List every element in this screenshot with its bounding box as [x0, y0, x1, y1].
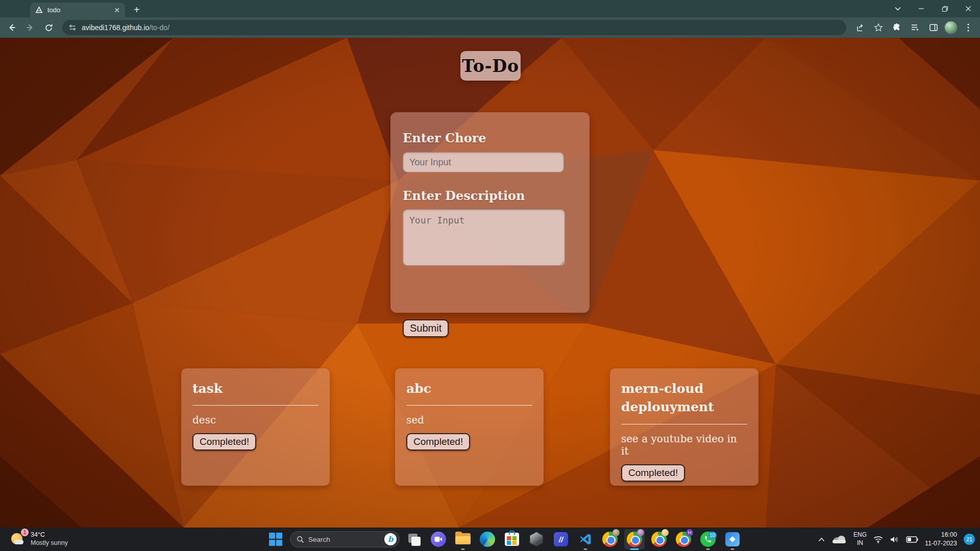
chrome-icon: H	[676, 532, 691, 547]
submit-button[interactable]: Submit	[403, 319, 449, 337]
search-placeholder: Search	[308, 536, 380, 543]
bookmark-star-icon[interactable]	[871, 20, 886, 35]
url-text[interactable]: avibedi1768.github.io/to-do/	[82, 23, 169, 32]
task-title: abc	[406, 380, 532, 398]
task-cards-row: task desc Completed! abc sed Completed! …	[0, 368, 980, 487]
description-textarea[interactable]	[403, 209, 565, 266]
unity-hub-icon	[529, 532, 544, 546]
windows-start-icon	[269, 533, 282, 546]
vscode-button[interactable]	[575, 528, 596, 551]
task-card: mern-cloud deplouyment see a youtube vid…	[610, 368, 758, 486]
windows-taskbar: 1 34°C Mostly sunny Search b	[0, 528, 980, 551]
completed-button[interactable]: Completed!	[406, 433, 470, 450]
share-icon[interactable]	[852, 20, 868, 35]
task-card: task desc Completed!	[181, 368, 330, 486]
chrome-profile2-button-active[interactable]	[624, 529, 645, 549]
chrome-icon	[602, 532, 618, 547]
edge-icon	[480, 532, 495, 547]
start-button[interactable]	[265, 528, 286, 551]
divider	[406, 405, 532, 406]
browser-toolbar: avibedi1768.github.io/to-do/	[0, 17, 980, 38]
whatsapp-badge: 10	[708, 532, 717, 539]
profile-badge	[612, 529, 620, 536]
file-explorer-button[interactable]	[453, 528, 473, 551]
photos-button[interactable]	[722, 528, 743, 551]
weather-temperature: 34°C	[31, 531, 68, 539]
profile-badge	[662, 529, 669, 536]
close-icon[interactable]	[957, 0, 980, 17]
reload-icon[interactable]	[41, 20, 56, 35]
language-line1: ENG	[853, 531, 867, 539]
chat-button[interactable]	[428, 528, 449, 551]
chore-input[interactable]	[403, 152, 564, 172]
tray-time: 16:00	[925, 531, 957, 539]
weather-badge: 1	[21, 529, 29, 536]
reading-list-icon[interactable]	[908, 20, 923, 35]
onedrive-icon[interactable]	[831, 535, 847, 543]
tray-date: 11-07-2023	[925, 539, 957, 548]
chrome-icon	[627, 532, 642, 547]
task-title: task	[192, 380, 318, 398]
completed-button[interactable]: Completed!	[192, 433, 256, 450]
chore-form-card: Enter Chore Enter Description Submit	[390, 112, 590, 313]
tab-close-icon[interactable]: ✕	[114, 7, 120, 14]
tab-todo[interactable]: todo ✕	[30, 3, 125, 17]
chat-icon	[431, 532, 446, 547]
restore-icon[interactable]	[933, 0, 957, 17]
site-favicon	[35, 6, 43, 14]
description-label: Enter Description	[403, 188, 577, 203]
forward-icon[interactable]	[22, 20, 38, 35]
dev-app-button[interactable]: //	[551, 528, 571, 551]
edge-button[interactable]	[477, 528, 498, 551]
task-description: sed	[406, 414, 532, 426]
whatsapp-button[interactable]: 10	[698, 528, 718, 551]
tab-search-icon[interactable]	[886, 0, 910, 17]
extensions-icon[interactable]	[889, 20, 904, 35]
browser-window: todo ✕ +	[0, 0, 980, 551]
language-indicator[interactable]: ENG IN	[853, 531, 867, 547]
tray-chevron-icon[interactable]	[818, 537, 825, 542]
profile-avatar[interactable]	[944, 21, 958, 34]
notification-badge[interactable]: 21	[964, 534, 975, 545]
language-line2: IN	[853, 539, 867, 547]
completed-button[interactable]: Completed!	[621, 464, 685, 482]
weather-widget[interactable]: 1 34°C Mostly sunny	[7, 528, 71, 551]
unity-hub-button[interactable]	[526, 528, 547, 551]
app-title: To-Do	[462, 56, 519, 76]
search-icon	[297, 536, 304, 543]
page-content: To-Do Enter Chore Enter Description Subm…	[0, 38, 980, 528]
microsoft-store-button[interactable]	[502, 528, 522, 551]
site-settings-icon[interactable]	[68, 23, 77, 32]
chrome-icon	[651, 532, 667, 547]
battery-icon[interactable]	[906, 536, 918, 543]
new-tab-icon[interactable]: +	[134, 4, 140, 16]
weather-icon: 1	[10, 531, 27, 547]
task-description: see a youtube video in it	[621, 433, 747, 457]
url-host: avibedi1768.github.io	[82, 23, 149, 32]
weather-condition: Mostly sunny	[31, 539, 68, 547]
url-bar[interactable]: avibedi1768.github.io/to-do/	[62, 20, 846, 35]
minimize-icon[interactable]	[910, 0, 933, 17]
vscode-icon	[578, 532, 593, 546]
profile-badge	[637, 529, 644, 536]
dev-app-icon: //	[554, 532, 568, 546]
task-view-button[interactable]	[404, 528, 424, 551]
volume-icon[interactable]	[890, 536, 899, 543]
chrome-profile1-button[interactable]	[600, 528, 620, 551]
side-panel-icon[interactable]	[926, 20, 941, 35]
bing-icon[interactable]: b	[384, 533, 397, 545]
file-explorer-icon	[455, 533, 471, 545]
chore-label: Enter Chore	[403, 131, 577, 145]
back-icon[interactable]	[4, 20, 19, 35]
menu-kebab-icon[interactable]	[961, 20, 976, 35]
photos-icon	[725, 532, 740, 546]
chrome-profile3-button[interactable]	[649, 528, 669, 551]
task-description: desc	[192, 414, 318, 426]
chrome-profile4-button[interactable]: H	[673, 528, 694, 551]
wifi-icon[interactable]	[873, 536, 883, 543]
taskbar-search[interactable]: Search b	[290, 531, 400, 547]
url-path: /to-do/	[149, 23, 169, 32]
tab-title: todo	[47, 6, 109, 14]
clock[interactable]: 16:00 11-07-2023	[925, 531, 957, 548]
task-card: abc sed Completed!	[395, 368, 544, 486]
